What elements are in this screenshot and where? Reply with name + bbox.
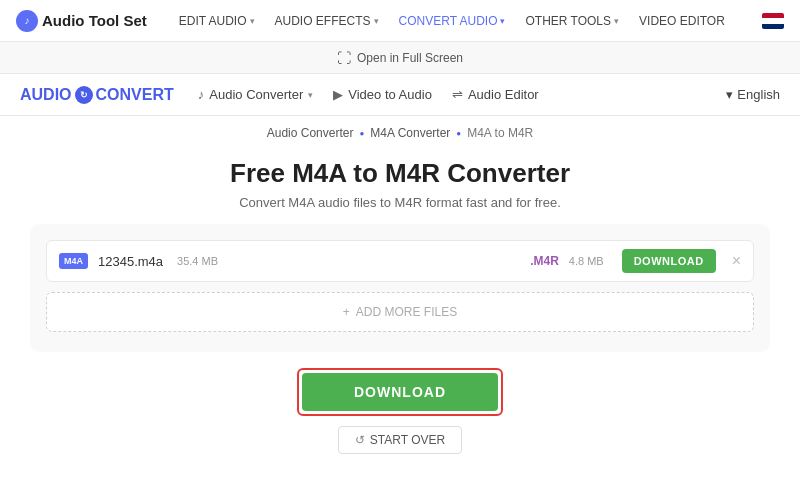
breadcrumb-current: M4A to M4R (467, 126, 533, 140)
nav-item-edit-audio[interactable]: EDIT AUDIO ▾ (171, 10, 263, 32)
nav-item-other-tools[interactable]: OTHER TOOLS ▾ (517, 10, 627, 32)
video-to-audio-link[interactable]: ▶ Video to Audio (333, 87, 432, 102)
language-selector[interactable]: ▾ English (726, 87, 780, 102)
fullscreen-label: Open in Full Screen (357, 51, 463, 65)
file-size: 35.4 MB (177, 255, 218, 267)
chevron-down-icon: ▾ (250, 16, 255, 26)
fullscreen-bar[interactable]: ⛶ Open in Full Screen (0, 42, 800, 74)
language-flag-icon[interactable] (762, 13, 784, 29)
music-icon: ♪ (198, 87, 205, 102)
file-format-badge: M4A (59, 253, 88, 269)
breadcrumb-audio-converter[interactable]: Audio Converter (267, 126, 354, 140)
add-more-files-button[interactable]: + ADD MORE FILES (46, 292, 754, 332)
download-button-wrapper: DOWNLOAD (297, 368, 503, 416)
nav-item-audio-effects[interactable]: AUDIO EFFECTS ▾ (267, 10, 387, 32)
audio-editor-link[interactable]: ⇌ Audio Editor (452, 87, 539, 102)
file-download-button[interactable]: DOWNLOAD (622, 249, 716, 273)
convert-logo-icon: ↻ (75, 86, 93, 104)
top-navigation: ♪ Audio Tool Set EDIT AUDIO ▾ AUDIO EFFE… (0, 0, 800, 42)
breadcrumb-m4a-converter[interactable]: M4A Converter (370, 126, 450, 140)
chevron-down-icon: ▾ (614, 16, 619, 26)
output-format: .M4R (530, 254, 559, 268)
plus-icon: + (343, 305, 350, 319)
nav-item-convert-audio[interactable]: CONVERT AUDIO ▾ (391, 10, 514, 32)
start-over-button[interactable]: ↺ START OVER (338, 426, 462, 454)
chevron-down-icon: ▾ (500, 16, 505, 26)
audio-converter-link[interactable]: ♪ Audio Converter ▾ (198, 87, 313, 102)
breadcrumb-separator: ● (359, 129, 364, 138)
page-subtitle: Convert M4A audio files to M4R format fa… (0, 195, 800, 210)
page-title: Free M4A to M4R Converter (0, 158, 800, 189)
output-size: 4.8 MB (569, 255, 604, 267)
file-close-button[interactable]: × (732, 252, 741, 270)
add-more-label: ADD MORE FILES (356, 305, 457, 319)
fullscreen-icon: ⛶ (337, 50, 351, 66)
chevron-down-icon: ▾ (374, 16, 379, 26)
start-over-label: START OVER (370, 433, 445, 447)
audio-logo-text: AUDIO (20, 86, 72, 104)
file-name: 12345.m4a (98, 254, 163, 269)
logo-icon: ♪ (16, 10, 38, 32)
video-icon: ▶ (333, 87, 343, 102)
main-download-button[interactable]: DOWNLOAD (302, 373, 498, 411)
table-row: M4A 12345.m4a 35.4 MB .M4R 4.8 MB DOWNLO… (46, 240, 754, 282)
audio-bar-items: ♪ Audio Converter ▾ ▶ Video to Audio ⇌ A… (198, 87, 703, 102)
nav-item-video-editor[interactable]: VIDEO EDITOR (631, 10, 733, 32)
audio-convert-bar: AUDIO ↻ CONVERT ♪ Audio Converter ▾ ▶ Vi… (0, 74, 800, 116)
refresh-icon: ↺ (355, 433, 365, 447)
sliders-icon: ⇌ (452, 87, 463, 102)
main-content-area: M4A 12345.m4a 35.4 MB .M4R 4.8 MB DOWNLO… (30, 224, 770, 352)
audioconvert-logo[interactable]: AUDIO ↻ CONVERT (20, 86, 174, 104)
hero-section: Free M4A to M4R Converter Convert M4A au… (0, 148, 800, 224)
breadcrumb: Audio Converter ● M4A Converter ● M4A to… (0, 116, 800, 148)
bottom-actions: DOWNLOAD ↺ START OVER (0, 368, 800, 454)
convert-logo-text: CONVERT (96, 86, 174, 104)
nav-right (762, 13, 784, 29)
logo-text: Audio Tool Set (42, 12, 147, 29)
chevron-down-icon: ▾ (308, 90, 313, 100)
chevron-down-icon: ▾ (726, 87, 733, 102)
breadcrumb-separator: ● (456, 129, 461, 138)
logo[interactable]: ♪ Audio Tool Set (16, 10, 147, 32)
nav-items: EDIT AUDIO ▾ AUDIO EFFECTS ▾ CONVERT AUD… (171, 10, 762, 32)
